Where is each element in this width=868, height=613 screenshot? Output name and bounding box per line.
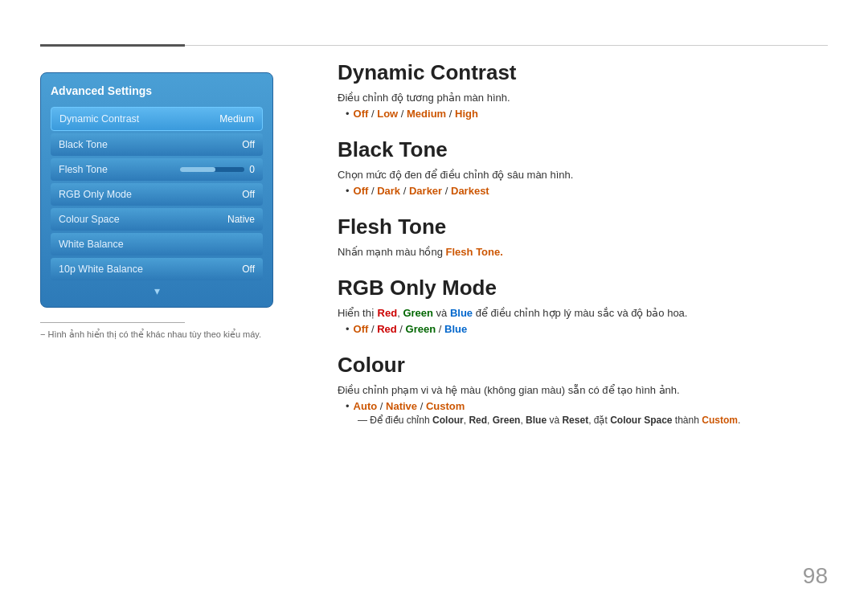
menu-item-value: Off (242, 264, 255, 275)
menu-item-value: Native (227, 214, 255, 225)
menu-item-label: Colour Space (59, 214, 120, 225)
bullet-dot: • (346, 400, 350, 412)
section-flesh-tone: Flesh ToneNhấn mạnh màu hồng Flesh Tone. (338, 215, 828, 258)
bullet-item-colour-0: •Auto / Native / Custom (346, 400, 828, 412)
section-desc-colour: Điều chỉnh phạm vi và hệ màu (không gian… (338, 384, 828, 396)
menu-item-label: Dynamic Contrast (59, 113, 139, 125)
bullet-item-dynamic-contrast-0: •Off / Low / Medium / High (346, 108, 828, 120)
section-title-rgb-only-mode: RGB Only Mode (338, 276, 828, 300)
section-dynamic-contrast: Dynamic ContrastĐiều chỉnh độ tương phản… (338, 60, 828, 120)
bullet-dot: • (346, 323, 350, 335)
top-line-dark (40, 44, 185, 47)
left-panel: Advanced Settings Dynamic ContrastMedium… (40, 72, 273, 340)
menu-item-dynamic-contrast[interactable]: Dynamic ContrastMedium (51, 107, 263, 131)
menu-item-label: RGB Only Mode (59, 189, 132, 200)
menu-item-label: 10p White Balance (59, 264, 143, 275)
section-black-tone: Black ToneChọn mức độ đen để điều chỉnh … (338, 137, 828, 197)
section-colour: ColourĐiều chỉnh phạm vi và hệ màu (khôn… (338, 353, 828, 426)
bullet-item-black-tone-0: •Off / Dark / Darker / Darkest (346, 185, 828, 197)
separator-line (40, 322, 185, 323)
sections-container: Dynamic ContrastĐiều chỉnh độ tương phản… (338, 60, 828, 426)
top-line-light (185, 45, 828, 46)
menu-item-flesh-tone[interactable]: Flesh Tone0 (51, 158, 263, 181)
sub-note-colour: — Để điều chỉnh Colour, Red, Green, Blue… (358, 415, 828, 426)
top-decorative-lines (40, 44, 828, 46)
advanced-settings-box: Advanced Settings Dynamic ContrastMedium… (40, 72, 273, 308)
menu-item-label: Flesh Tone (59, 164, 108, 175)
menu-item-label: Black Tone (59, 139, 108, 150)
section-title-colour: Colour (338, 353, 828, 378)
menu-items-container: Dynamic ContrastMediumBlack ToneOffFlesh… (51, 107, 263, 280)
note-text: − Hình ảnh hiển thị có thể khác nhau tùy… (40, 329, 273, 340)
menu-item-value: Off (242, 139, 255, 150)
section-rgb-only-mode: RGB Only ModeHiển thị Red, Green và Blue… (338, 276, 828, 335)
section-title-black-tone: Black Tone (338, 137, 828, 162)
section-desc-dynamic-contrast: Điều chỉnh độ tương phản màn hình. (338, 92, 828, 104)
bullet-dot: • (346, 185, 350, 197)
menu-item-rgb-only-mode[interactable]: RGB Only ModeOff (51, 183, 263, 206)
menu-item-value: Medium (219, 113, 254, 125)
menu-item-white-balance[interactable]: White Balance (51, 233, 263, 255)
section-desc-rgb-only-mode: Hiển thị Red, Green và Blue để điều chỉn… (338, 307, 828, 319)
menu-item-10p-white-balance[interactable]: 10p White BalanceOff (51, 258, 263, 280)
bullet-dot: • (346, 108, 350, 120)
menu-item-value: Off (242, 189, 255, 200)
page-number: 98 (803, 563, 828, 589)
menu-item-value: 0 (249, 164, 255, 175)
right-content: Dynamic ContrastĐiều chỉnh độ tương phản… (338, 60, 828, 443)
slider-bar (180, 167, 244, 172)
slider-fill (180, 167, 215, 172)
section-desc-flesh-tone: Nhấn mạnh màu hồng Flesh Tone. (338, 246, 828, 258)
menu-item-colour-space[interactable]: Colour SpaceNative (51, 208, 263, 231)
advanced-settings-title: Advanced Settings (51, 83, 263, 99)
section-title-flesh-tone: Flesh Tone (338, 215, 828, 239)
section-desc-black-tone: Chọn mức độ đen để điều chỉnh độ sâu màn… (338, 169, 828, 181)
menu-item-label: White Balance (59, 239, 124, 250)
flesh-tone-slider: 0 (180, 164, 255, 175)
bullet-item-rgb-only-mode-0: •Off / Red / Green / Blue (346, 323, 828, 335)
menu-item-black-tone[interactable]: Black ToneOff (51, 133, 263, 156)
section-title-dynamic-contrast: Dynamic Contrast (338, 60, 828, 85)
down-arrow-icon: ▾ (51, 284, 263, 297)
